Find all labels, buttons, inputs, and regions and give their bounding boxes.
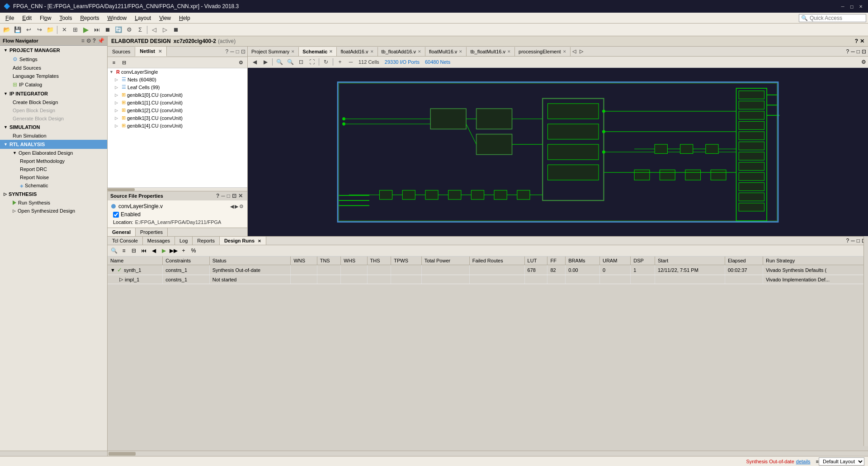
source-props-min-icon[interactable]: ─	[221, 193, 225, 199]
source-props-max-icon[interactable]: □	[227, 193, 230, 199]
restore-btn[interactable]: ◻	[848, 3, 855, 10]
runs-hscroll-thumb[interactable]	[108, 452, 136, 456]
runs-percent-btn[interactable]: %	[189, 246, 198, 255]
tab-overflow-more-btn[interactable]: ▷	[578, 47, 585, 56]
design-runs-tab-close[interactable]: ✕	[258, 239, 261, 243]
tab-overflow-btn[interactable]: ◁	[571, 47, 578, 56]
source-tab-properties[interactable]: Properties	[136, 228, 168, 236]
tab-processingelement[interactable]: processingElement ✕	[515, 47, 571, 56]
tree-genblk1[interactable]: ▷ ⊞ genblk1[1].CU (convUnit)	[108, 99, 247, 106]
sch-fullscreen-btn[interactable]: ⛶	[307, 57, 317, 67]
sch-zoom-out-btn[interactable]: 🔍	[285, 57, 295, 67]
menu-flow[interactable]: Flow	[36, 14, 55, 22]
undo-btn[interactable]: ↩	[24, 25, 33, 35]
sch-back-btn[interactable]: ◀	[250, 57, 259, 67]
nav-settings[interactable]: ⚙ Settings	[0, 55, 107, 64]
sch-fit-btn[interactable]: ⊡	[296, 57, 306, 67]
flow-nav-expand-icon[interactable]: ≡	[81, 38, 85, 44]
open-project-btn[interactable]: 📁	[45, 25, 55, 35]
tab-project-summary[interactable]: Project Summary ✕	[248, 47, 299, 56]
tab-project-summary-close[interactable]: ✕	[291, 49, 295, 54]
menu-help[interactable]: Help	[175, 14, 194, 22]
open-btn[interactable]: 📂	[2, 25, 12, 35]
menu-view[interactable]: View	[156, 14, 175, 22]
col-status[interactable]: Status	[209, 257, 291, 265]
section-ip-integrator-header[interactable]: ▼ IP INTEGRATOR	[0, 89, 107, 98]
col-name[interactable]: Name	[108, 257, 163, 265]
runs-add-btn[interactable]: +	[179, 246, 188, 255]
source-nav-back-btn[interactable]: ◀	[230, 204, 234, 209]
redo-btn[interactable]: ↪	[34, 25, 44, 35]
quick-access-search[interactable]: 🔍	[799, 14, 866, 22]
sch-refresh-btn[interactable]: ↻	[321, 57, 331, 67]
col-tns[interactable]: TNS	[317, 257, 341, 265]
prev-btn[interactable]: ◁	[149, 25, 159, 35]
synth1-expand-icon[interactable]: ▼	[110, 267, 115, 273]
section-synthesis-header[interactable]: ▷ SYNTHESIS	[0, 190, 107, 199]
table-row[interactable]: ▼ ✓ synth_1 constrs_1 Synthesis Out-of-d…	[108, 265, 868, 275]
flow-nav-help-icon[interactable]: ?	[93, 38, 96, 44]
reset-btn[interactable]: ⏹	[103, 25, 113, 35]
elaborated-help-icon[interactable]: ?	[855, 38, 858, 44]
close-btn[interactable]: ✕	[857, 3, 864, 10]
col-run-strategy[interactable]: Run Strategy	[763, 257, 868, 265]
tree-genblk3[interactable]: ▷ ⊞ genblk1[3].CU (convUnit)	[108, 114, 247, 122]
sch-collapse-btn[interactable]: ─	[346, 57, 356, 67]
runs-next-btn[interactable]: ▶▶	[169, 246, 178, 255]
col-dsp[interactable]: DSP	[631, 257, 655, 265]
tab-schematic[interactable]: Schematic ✕	[299, 47, 337, 56]
tab-tb-floatadd16v[interactable]: tb_floatAdd16.v ✕	[378, 47, 425, 56]
sch-forward-btn[interactable]: ▶	[260, 57, 270, 67]
panel-help-icon[interactable]: ?	[226, 48, 229, 55]
sources-gear-btn[interactable]: ⚙	[236, 58, 245, 67]
search-input[interactable]	[810, 15, 864, 21]
col-failed-routes[interactable]: Failed Routes	[469, 257, 524, 265]
panel-float-icon[interactable]: ⊡	[241, 48, 245, 55]
right-panel-max-icon[interactable]: □	[857, 48, 860, 55]
col-lut[interactable]: LUT	[524, 257, 547, 265]
menu-edit[interactable]: Edit	[19, 14, 35, 22]
col-start[interactable]: Start	[655, 257, 725, 265]
connect-btn[interactable]: ⊞	[70, 25, 80, 35]
impl1-expand-icon[interactable]: ▷	[119, 276, 123, 282]
tab-floatmult-close[interactable]: ✕	[459, 49, 462, 54]
runs-first-btn[interactable]: ⏮	[139, 246, 148, 255]
tab-tbfloatadd-close[interactable]: ✕	[418, 49, 421, 54]
nav-run-simulation[interactable]: Run Simulation	[0, 132, 107, 140]
tab-tbfloatmult-close[interactable]: ✕	[507, 49, 511, 54]
col-tpws[interactable]: TPWS	[391, 257, 421, 265]
tree-hscroll[interactable]	[108, 187, 247, 191]
bottom-panel-min-icon[interactable]: ─	[851, 238, 855, 244]
right-panel-help-icon[interactable]: ?	[846, 48, 849, 55]
bottom-panel-max-icon[interactable]: □	[857, 238, 860, 244]
sch-settings-btn[interactable]: ⚙	[861, 59, 866, 65]
bottom-tab-log[interactable]: Log	[175, 237, 193, 245]
right-panel-min-icon[interactable]: ─	[851, 48, 855, 55]
flow-nav-pin-icon[interactable]: 📌	[98, 38, 104, 44]
tab-tb-floatmult16v[interactable]: tb_floatMult16.v ✕	[467, 47, 515, 56]
menu-tools[interactable]: Tools	[56, 14, 75, 22]
bottom-panel-help-icon[interactable]: ?	[846, 238, 849, 244]
nav-report-drc[interactable]: Report DRC	[0, 165, 107, 173]
source-props-float-icon[interactable]: ⊡	[232, 193, 236, 199]
runs-collapse-btn[interactable]: ⊟	[129, 246, 138, 255]
tab-netlist[interactable]: Netlist ✕	[135, 47, 167, 57]
sigma-btn[interactable]: Σ	[135, 25, 145, 35]
nav-ip-catalog[interactable]: ⊞ IP Catalog	[0, 80, 107, 89]
col-ths[interactable]: THS	[367, 257, 391, 265]
col-elapsed[interactable]: Elapsed	[725, 257, 763, 265]
delete-btn[interactable]: ✕	[59, 25, 69, 35]
save-btn[interactable]: 💾	[13, 25, 23, 35]
section-project-manager-header[interactable]: ▼ PROJECT MANAGER	[0, 46, 107, 55]
tree-genblk2[interactable]: ▷ ⊞ genblk1[2].CU (convUnit)	[108, 106, 247, 114]
col-wns[interactable]: WNS	[291, 257, 317, 265]
minimize-btn[interactable]: ─	[839, 3, 846, 10]
tab-processingelement-close[interactable]: ✕	[563, 49, 566, 54]
menu-layout[interactable]: Layout	[131, 14, 155, 22]
sch-zoom-in-btn[interactable]: 🔍	[274, 57, 284, 67]
tree-leaf-cells[interactable]: ▷ ☰ Leaf Cells (99)	[108, 83, 247, 91]
bottom-tab-design-runs[interactable]: Design Runs ✕	[220, 237, 266, 245]
tree-root[interactable]: ▼ R convLayerSingle	[108, 68, 247, 76]
nav-schematic[interactable]: ◈ Schematic	[0, 181, 107, 190]
source-nav-forward-btn[interactable]: ▶	[235, 204, 238, 209]
